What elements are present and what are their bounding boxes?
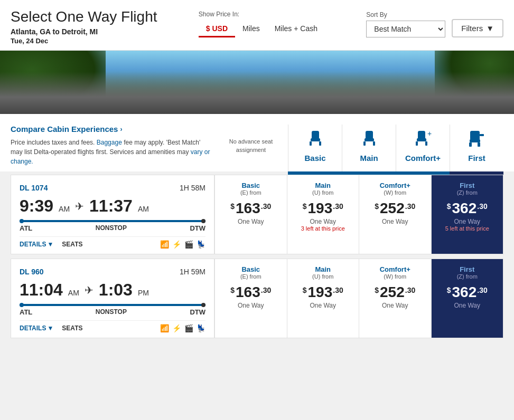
details-button-1[interactable]: DETAILS ▼	[20, 241, 53, 248]
svg-rect-7	[373, 141, 375, 146]
svg-rect-17	[480, 134, 484, 136]
from-airport-2: ATL	[20, 308, 32, 316]
price-col-first-1[interactable]: First (Z) from $ 362 .30 One Way 5 left …	[431, 175, 503, 254]
power-icon-2: ⚡	[172, 324, 181, 332]
price-col-comfort-1[interactable]: Comfort+ (W) from $ 252 .30 One Way	[359, 175, 431, 254]
price-sub-main-2: (U) from	[312, 273, 333, 280]
price-cols-2: Basic (E) from $ 163 .30 One Way Main (U…	[214, 259, 503, 338]
price-class-comfort-1: Comfort+	[380, 182, 410, 189]
svg-rect-13	[470, 131, 480, 140]
price-sub-main-1: (U) from	[312, 189, 333, 196]
price-cents-first-2: .30	[477, 286, 487, 294]
price-main-main-2: 193	[308, 284, 333, 301]
price-col-main-2[interactable]: Main (U) from $ 193 .30 One Way	[287, 259, 359, 338]
show-price-label: Show Price In:	[199, 11, 239, 18]
svg-rect-6	[363, 141, 366, 146]
flight-progress-1	[20, 220, 205, 222]
progress-line-2	[20, 304, 205, 306]
depart-time-1: 9:39	[20, 196, 53, 216]
flight-header-1: DL 1074 1H 58M	[20, 184, 205, 192]
comfort-bar	[396, 171, 450, 175]
compare-left: Compare Cabin Experiences › Price includ…	[11, 119, 214, 171]
seats-button-1[interactable]: SEATS	[62, 241, 82, 248]
price-col-basic-2[interactable]: Basic (E) from $ 163 .30 One Way	[214, 259, 287, 338]
first-bar	[450, 171, 503, 175]
price-amount-main-1: $ 193 .30	[303, 200, 343, 217]
cabin-col-main: Main	[342, 125, 396, 171]
compare-cabin-title[interactable]: Compare Cabin Experiences ›	[11, 125, 214, 133]
route: Atlanta, GA to Detroit, MI	[11, 27, 157, 36]
price-col-main-1[interactable]: Main (U) from $ 193 .30 One Way 3 left a…	[287, 175, 359, 254]
from-airport-1: ATL	[20, 224, 32, 232]
price-col-first-2[interactable]: First (Z) from $ 362 .30 One Way	[431, 259, 503, 338]
flight-footer-1: DETAILS ▼ SEATS 📶 ⚡ 🎬 💺	[20, 236, 205, 249]
price-amount-main-2: $ 193 .30	[303, 284, 343, 301]
price-main-basic-1: 163	[236, 200, 260, 217]
svg-rect-4	[366, 131, 373, 139]
nonstop-2: NONSTOP	[96, 308, 127, 316]
svg-rect-3	[319, 141, 321, 146]
price-main-main-1: 193	[308, 200, 333, 217]
price-tab-miles[interactable]: Miles	[235, 21, 267, 37]
price-oneway-main-2: One Way	[310, 302, 336, 309]
wifi-icon: 📶	[160, 240, 169, 249]
flight-duration-1: 1H 58M	[180, 184, 205, 192]
details-label: DETAILS	[20, 241, 46, 248]
to-airport-1: DTW	[190, 224, 205, 232]
price-cols-1: Basic (E) from $ 163 .30 One Way Main (U…	[214, 175, 503, 254]
details-button-2[interactable]: DETAILS ▼	[20, 324, 53, 332]
price-cents-basic-2: .30	[261, 286, 271, 294]
cabin-col-first: First	[450, 125, 503, 171]
flight-times-2: 11:04 AM ✈ 1:03 PM	[20, 280, 205, 300]
dollar-sign-basic-1: $	[230, 202, 235, 211]
svg-text:+: +	[427, 130, 432, 138]
depart-ampm-2: AM	[68, 289, 79, 297]
sort-select[interactable]: Best Match Price Departure Arrival Durat…	[366, 21, 445, 37]
depart-time-2: 11:04	[20, 280, 63, 300]
price-oneway-first-2: One Way	[454, 302, 480, 309]
price-sub-basic-1: (E) from	[240, 189, 261, 196]
main-seat-icon	[345, 130, 393, 151]
price-class-main-1: Main	[315, 182, 331, 189]
price-tab-miles-cash[interactable]: Miles + Cash	[267, 21, 325, 37]
svg-rect-15	[469, 142, 472, 147]
seats-label-2: SEATS	[62, 324, 82, 332]
price-class-basic-1: Basic	[241, 182, 260, 189]
price-main-basic-2: 163	[236, 284, 260, 301]
dollar-sign-basic-2: $	[230, 286, 235, 294]
baggage-link[interactable]: Baggage	[97, 139, 122, 146]
price-oneway-main-1: One Way	[310, 218, 336, 225]
price-tabs: $ USD Miles Miles + Cash	[199, 21, 325, 37]
first-label: First	[453, 154, 501, 163]
price-cents-comfort-1: .30	[405, 202, 415, 211]
color-bars	[214, 171, 503, 175]
price-class-first-2: First	[460, 265, 474, 273]
travel-date: Tue, 24 Dec	[11, 37, 157, 45]
seats-button-2[interactable]: SEATS	[62, 324, 82, 332]
comfort-seat-icon: +	[399, 130, 447, 151]
price-tab-usd[interactable]: $ USD	[199, 21, 235, 37]
price-oneway-comfort-1: One Way	[382, 218, 408, 225]
filters-button[interactable]: Filters ▼	[452, 19, 503, 37]
svg-rect-11	[425, 141, 427, 146]
flight-airports-1: ATL NONSTOP DTW	[20, 224, 205, 232]
dollar-sign-first-2: $	[447, 286, 451, 294]
nonstop-1: NONSTOP	[96, 224, 127, 232]
price-col-comfort-2[interactable]: Comfort+ (W) from $ 252 .30 One Way	[359, 259, 431, 338]
dot-left-2	[20, 303, 24, 307]
price-main-first-1: 362	[452, 200, 477, 217]
vary-link[interactable]: vary or change.	[11, 148, 210, 165]
details-chevron-icon-2: ▼	[47, 324, 53, 332]
dollar-sign-main-1: $	[303, 202, 307, 211]
flight-row-2: DL 960 1H 59M 11:04 AM ✈ 1:03 PM ATL NON…	[11, 259, 503, 338]
price-sub-first-2: (Z) from	[457, 273, 478, 280]
svg-rect-2	[310, 141, 312, 146]
progress-fill-2	[20, 304, 205, 306]
dollar-sign-first-1: $	[447, 202, 451, 211]
flight-number-2: DL 960	[20, 268, 44, 276]
price-col-basic-1[interactable]: Basic (E) from $ 163 .30 One Way	[214, 175, 287, 254]
svg-rect-1	[311, 138, 320, 141]
first-seat-icon	[453, 130, 501, 151]
cabin-col-comfort: + Comfort+	[396, 125, 450, 171]
page-header: Select One Way Flight Atlanta, GA to Det…	[0, 0, 514, 51]
